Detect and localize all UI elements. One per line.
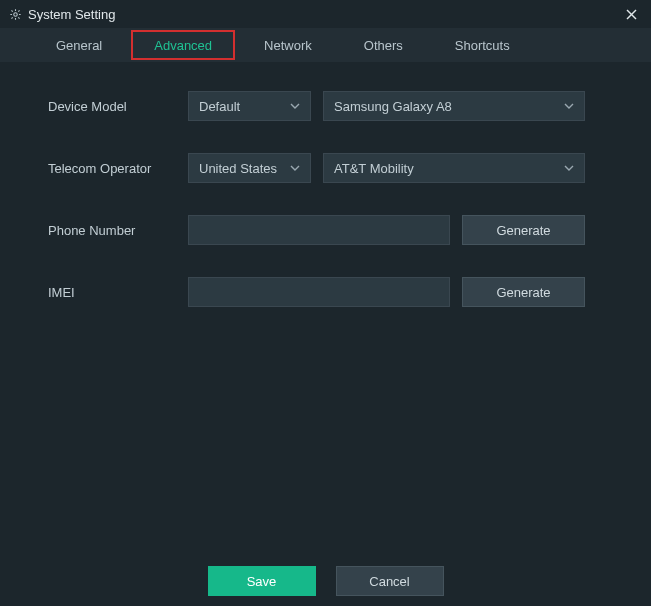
generate-imei-button[interactable]: Generate [462,277,585,307]
save-button[interactable]: Save [208,566,316,596]
tab-others[interactable]: Others [338,28,429,62]
telecom-country-value: United States [199,161,277,176]
svg-point-0 [13,12,16,15]
label-phone-number: Phone Number [48,223,188,238]
device-model-value: Samsung Galaxy A8 [334,99,452,114]
device-model-select[interactable]: Samsung Galaxy A8 [323,91,585,121]
advanced-panel: Device Model Default Samsung Galaxy A8 T… [0,62,651,308]
label-device-model: Device Model [48,99,188,114]
title-bar: System Setting [0,0,651,28]
row-telecom-operator: Telecom Operator United States AT&T Mobi… [48,152,603,184]
chevron-down-icon [290,165,300,171]
cancel-button[interactable]: Cancel [336,566,444,596]
phone-number-input[interactable] [188,215,450,245]
device-brand-value: Default [199,99,240,114]
row-phone-number: Phone Number Generate [48,214,603,246]
tab-advanced[interactable]: Advanced [128,28,238,62]
row-device-model: Device Model Default Samsung Galaxy A8 [48,90,603,122]
tab-bar: General Advanced Network Others Shortcut… [0,28,651,62]
imei-input[interactable] [188,277,450,307]
window-title: System Setting [28,7,619,22]
tab-shortcuts[interactable]: Shortcuts [429,28,536,62]
gear-icon [8,7,22,21]
telecom-operator-value: AT&T Mobility [334,161,414,176]
telecom-country-select[interactable]: United States [188,153,311,183]
chevron-down-icon [564,165,574,171]
tab-network[interactable]: Network [238,28,338,62]
device-brand-select[interactable]: Default [188,91,311,121]
close-button[interactable] [619,2,643,26]
label-imei: IMEI [48,285,188,300]
row-imei: IMEI Generate [48,276,603,308]
generate-phone-button[interactable]: Generate [462,215,585,245]
telecom-operator-select[interactable]: AT&T Mobility [323,153,585,183]
chevron-down-icon [564,103,574,109]
footer-bar: Save Cancel [0,556,651,606]
chevron-down-icon [290,103,300,109]
tab-general[interactable]: General [30,28,128,62]
label-telecom-operator: Telecom Operator [48,161,188,176]
